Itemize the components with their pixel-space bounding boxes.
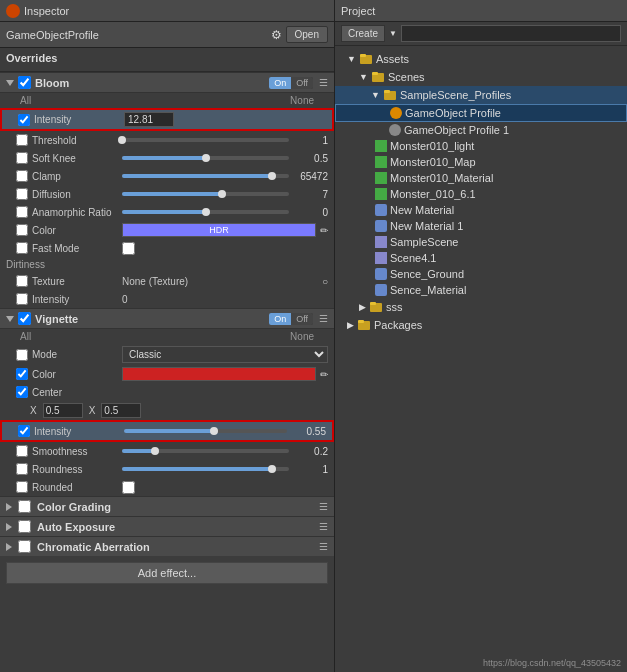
auto-exposure-left: Auto Exposure	[6, 520, 115, 533]
bloom-collapse-icon	[6, 80, 14, 86]
vignette-header-left: Vignette	[6, 312, 78, 325]
vignette-roundness-slider[interactable]	[122, 462, 289, 476]
vignette-roundness-label: Roundness	[32, 464, 122, 475]
tree-item-monster-010-6[interactable]: Monster_010_6.1	[335, 186, 627, 202]
vignette-center-y-input[interactable]	[101, 403, 141, 418]
vignette-collapse-icon	[6, 316, 14, 322]
auto-exposure-checkbox[interactable]	[18, 520, 31, 533]
bloom-color-swatch[interactable]: HDR	[122, 223, 316, 237]
bloom-intensity-checkbox[interactable]	[18, 114, 30, 126]
gear-icon[interactable]: ⚙	[271, 28, 282, 42]
tree-item-new-material[interactable]: New Material	[335, 202, 627, 218]
vignette-menu-icon[interactable]: ☰	[319, 313, 328, 324]
vignette-color-checkbox[interactable]	[16, 368, 28, 380]
dirtiness-intensity-checkbox[interactable]	[16, 293, 28, 305]
vignette-smoothness-checkbox[interactable]	[16, 445, 28, 457]
bloom-threshold-checkbox[interactable]	[16, 134, 28, 146]
bloom-toggle-on[interactable]: On	[269, 77, 291, 89]
vignette-roundness-checkbox[interactable]	[16, 463, 28, 475]
tree-item-sss[interactable]: ▶ sss	[335, 298, 627, 316]
bloom-anamorphic-checkbox[interactable]	[16, 206, 28, 218]
color-grading-checkbox[interactable]	[18, 500, 31, 513]
chromatic-header[interactable]: Chromatic Aberration ☰	[0, 536, 334, 556]
vignette-toggle-off[interactable]: Off	[291, 313, 313, 325]
vignette-mode-checkbox[interactable]	[16, 349, 28, 361]
bloom-diffusion-slider[interactable]	[122, 187, 289, 201]
vignette-toggle[interactable]: On Off	[269, 313, 313, 325]
bloom-toggle[interactable]: On Off	[269, 77, 313, 89]
dirtiness-texture-checkbox[interactable]	[16, 275, 28, 287]
bloom-menu-icon[interactable]: ☰	[319, 77, 328, 88]
vignette-rounded-toggle[interactable]	[122, 481, 135, 494]
vignette-rounded-checkbox[interactable]	[16, 481, 28, 493]
packages-expand-icon: ▶	[347, 320, 354, 330]
vignette-toggle-on[interactable]: On	[269, 313, 291, 325]
bloom-diffusion-checkbox[interactable]	[16, 188, 28, 200]
tree-item-samplescene-profiles[interactable]: ▼ SampleScene_Profiles	[335, 86, 627, 104]
vignette-effect-header[interactable]: Vignette On Off ☰	[0, 308, 334, 329]
dirtiness-texture-picker-icon[interactable]: ○	[322, 276, 328, 287]
bloom-diffusion-label: Diffusion	[32, 189, 122, 200]
vignette-center-x-input[interactable]	[43, 403, 83, 418]
vignette-center-checkbox[interactable]	[16, 386, 28, 398]
vignette-roundness-row: Roundness 1	[0, 460, 334, 478]
tree-item-gameobject-profile-1[interactable]: GameObject Profile 1	[335, 122, 627, 138]
chromatic-checkbox[interactable]	[18, 540, 31, 553]
bloom-clamp-checkbox[interactable]	[16, 170, 28, 182]
tree-item-new-material-1[interactable]: New Material 1	[335, 218, 627, 234]
bloom-color-picker-icon[interactable]: ✏	[320, 225, 328, 236]
add-effect-button[interactable]: Add effect...	[6, 562, 328, 584]
color-grading-header[interactable]: Color Grading ☰	[0, 496, 334, 516]
project-search-input[interactable]	[401, 25, 621, 42]
bloom-checkbox[interactable]	[18, 76, 31, 89]
bloom-effect-header[interactable]: Bloom On Off ☰	[0, 72, 334, 93]
tree-item-packages[interactable]: ▶ Packages	[335, 316, 627, 334]
vignette-smoothness-slider[interactable]	[122, 444, 289, 458]
bloom-softknee-checkbox[interactable]	[16, 152, 28, 164]
bloom-clamp-slider[interactable]	[122, 169, 289, 183]
vignette-all-label[interactable]: All	[20, 331, 31, 342]
create-dropdown-icon[interactable]: ▼	[389, 29, 397, 38]
tree-item-sence-material[interactable]: Sence_Material	[335, 282, 627, 298]
chromatic-menu-icon[interactable]: ☰	[319, 541, 328, 552]
bloom-all-label[interactable]: All	[20, 95, 31, 106]
bloom-anamorphic-display: 0	[293, 207, 328, 218]
create-button[interactable]: Create	[341, 25, 385, 42]
tree-item-assets[interactable]: ▼ Assets	[335, 50, 627, 68]
open-button[interactable]: Open	[286, 26, 328, 43]
monster-010-6-label: Monster_010_6.1	[390, 188, 476, 200]
tree-item-sence-ground[interactable]: Sence_Ground	[335, 266, 627, 282]
vignette-color-picker-icon[interactable]: ✏	[320, 369, 328, 380]
bloom-header-left: Bloom	[6, 76, 69, 89]
vignette-checkbox[interactable]	[18, 312, 31, 325]
sss-expand-icon: ▶	[359, 302, 366, 312]
bloom-fastmode-toggle[interactable]	[122, 242, 135, 255]
vignette-intensity-checkbox[interactable]	[18, 425, 30, 437]
bloom-intensity-value	[124, 112, 326, 127]
tree-item-samplescene[interactable]: SampleScene	[335, 234, 627, 250]
vignette-mode-select[interactable]: Classic	[122, 346, 328, 363]
vignette-none-label[interactable]: None	[290, 331, 314, 342]
go-profile1-label: GameObject Profile 1	[404, 124, 509, 136]
tree-item-gameobject-profile[interactable]: GameObject Profile	[335, 104, 627, 122]
vignette-intensity-slider[interactable]	[124, 424, 287, 438]
vignette-color-swatch[interactable]	[122, 367, 316, 381]
bloom-toggle-off[interactable]: Off	[291, 77, 313, 89]
bloom-fastmode-checkbox[interactable]	[16, 242, 28, 254]
new-material1-label: New Material 1	[390, 220, 463, 232]
bloom-color-checkbox[interactable]	[16, 224, 28, 236]
tree-item-scenes[interactable]: ▼ Scenes	[335, 68, 627, 86]
bloom-none-label[interactable]: None	[290, 95, 314, 106]
bloom-anamorphic-slider[interactable]	[122, 205, 289, 219]
tree-item-monster010-light[interactable]: Monster010_light	[335, 138, 627, 154]
bloom-softknee-slider[interactable]	[122, 151, 289, 165]
tree-item-monster010-material[interactable]: Monster010_Material	[335, 170, 627, 186]
bloom-intensity-input[interactable]	[124, 112, 174, 127]
color-grading-menu-icon[interactable]: ☰	[319, 501, 328, 512]
auto-exposure-menu-icon[interactable]: ☰	[319, 521, 328, 532]
chromatic-title: Chromatic Aberration	[37, 541, 150, 553]
auto-exposure-header[interactable]: Auto Exposure ☰	[0, 516, 334, 536]
tree-item-monster010-map[interactable]: Monster010_Map	[335, 154, 627, 170]
tree-item-scene4[interactable]: Scene4.1	[335, 250, 627, 266]
bloom-threshold-slider[interactable]	[122, 133, 289, 147]
